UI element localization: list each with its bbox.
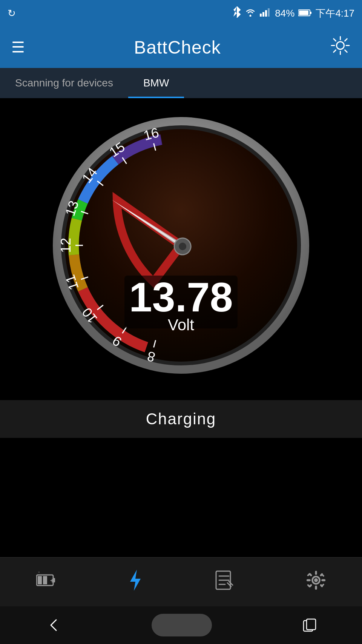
svg-line-13 bbox=[345, 50, 347, 52]
svg-line-15 bbox=[345, 39, 347, 41]
svg-rect-77 bbox=[322, 579, 325, 581]
svg-rect-6 bbox=[299, 11, 308, 15]
voltage-value: 13.78 bbox=[129, 274, 233, 320]
charging-label: Charging bbox=[146, 410, 216, 428]
svg-line-14 bbox=[334, 50, 336, 52]
home-button[interactable] bbox=[152, 614, 212, 636]
svg-rect-72 bbox=[315, 571, 317, 574]
svg-rect-79 bbox=[315, 586, 317, 590]
battery-percentage: 84% bbox=[275, 8, 295, 19]
svg-text:+: + bbox=[50, 577, 54, 584]
nav-bolt-button[interactable] bbox=[121, 566, 150, 598]
voltage-unit: Volt bbox=[168, 316, 194, 334]
svg-rect-2 bbox=[265, 10, 267, 17]
nav-log-button[interactable] bbox=[207, 567, 241, 598]
svg-rect-51 bbox=[43, 576, 47, 584]
tab-bar: Scanning for devices BMW bbox=[0, 68, 362, 98]
svg-point-71 bbox=[314, 578, 318, 582]
app-header: ☰ BattCheck bbox=[0, 26, 362, 68]
svg-rect-3 bbox=[268, 8, 270, 17]
svg-text:12: 12 bbox=[58, 238, 74, 253]
main-content: 8 9 10 11 12 13 14 15 16 bbox=[0, 98, 362, 538]
status-right: 84% 下午4:17 bbox=[233, 6, 354, 20]
svg-rect-84 bbox=[307, 619, 316, 630]
svg-rect-50 bbox=[38, 576, 42, 584]
svg-rect-0 bbox=[260, 14, 262, 17]
system-nav-bar bbox=[0, 606, 362, 644]
bottom-navigation: + - bbox=[0, 557, 362, 606]
settings-nav-icon bbox=[306, 570, 326, 594]
svg-text:-: - bbox=[38, 572, 40, 575]
nav-battery-button[interactable]: + - bbox=[29, 568, 63, 596]
charging-status-bar: Charging bbox=[0, 400, 362, 438]
battery-icon-status bbox=[298, 8, 312, 19]
device-scan-button[interactable] bbox=[330, 35, 351, 59]
bolt-nav-icon bbox=[129, 570, 142, 595]
tab-scanning[interactable]: Scanning for devices bbox=[0, 68, 128, 98]
signal-icon bbox=[260, 8, 271, 19]
svg-point-7 bbox=[337, 42, 344, 49]
voltage-gauge: 8 9 10 11 12 13 14 15 16 bbox=[49, 113, 313, 377]
status-left: ↻ bbox=[8, 8, 16, 19]
status-bar: ↻ 84% bbox=[0, 0, 362, 26]
svg-line-12 bbox=[334, 39, 336, 41]
log-nav-icon bbox=[215, 570, 233, 594]
svg-rect-1 bbox=[262, 12, 264, 17]
battery-nav-icon: + - bbox=[36, 572, 56, 592]
recents-button[interactable] bbox=[302, 618, 317, 633]
refresh-status-icon: ↻ bbox=[8, 8, 16, 19]
tab-bmw[interactable]: BMW bbox=[128, 68, 184, 98]
time-display: 下午4:17 bbox=[316, 7, 354, 20]
svg-marker-54 bbox=[130, 570, 141, 591]
nav-settings-button[interactable] bbox=[299, 567, 333, 598]
bluetooth-icon bbox=[233, 6, 241, 20]
app-title: BattCheck bbox=[134, 37, 221, 58]
svg-rect-5 bbox=[310, 12, 311, 14]
back-button[interactable] bbox=[45, 617, 61, 633]
wifi-icon bbox=[245, 8, 256, 19]
menu-button[interactable]: ☰ bbox=[11, 39, 25, 56]
svg-rect-81 bbox=[307, 579, 310, 581]
